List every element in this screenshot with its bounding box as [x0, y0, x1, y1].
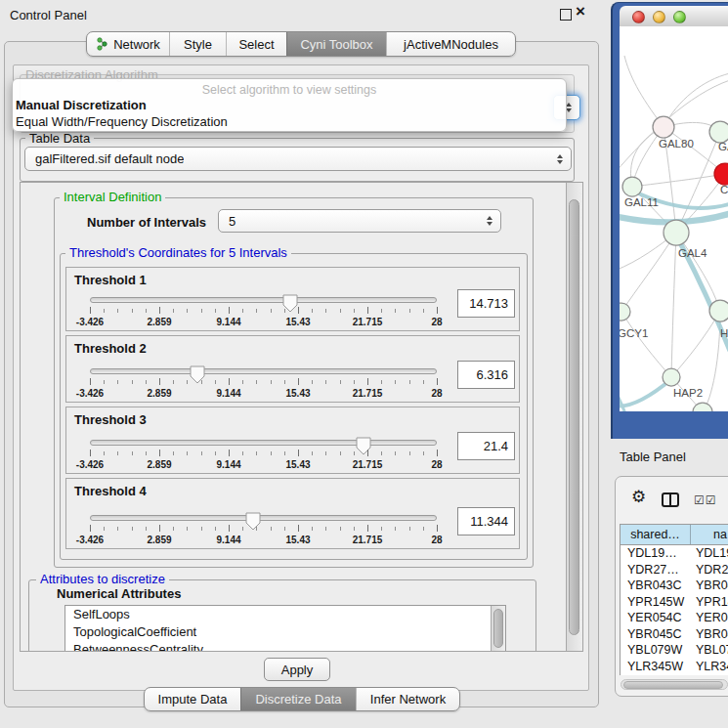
tab-select-label: Select [238, 37, 274, 52]
screen: Control Panel × Network Style [0, 0, 728, 728]
threshold-1-slider-track[interactable] [90, 297, 437, 303]
control-panel-titlebar: Control Panel × [0, 0, 606, 29]
cell-shared-name: YBR043C [621, 578, 691, 592]
tick-marks [90, 527, 438, 531]
tab-infer-network[interactable]: Infer Network [356, 688, 459, 710]
tab-style[interactable]: Style [169, 32, 226, 56]
numerical-attributes-list[interactable]: SelfLoops TopologicalCoefficient Between… [64, 605, 506, 652]
column-header-shared-name[interactable]: shared… [621, 525, 691, 544]
interval-definition-label: Interval Definition [60, 191, 165, 203]
table-row[interactable]: YIL052C YIL05 [621, 674, 728, 675]
network-view-window[interactable]: GAL80 GAL C GAL11 GAL4 GCY1 H HAP2 [611, 2, 728, 439]
column-header-name[interactable]: na [691, 525, 728, 544]
settings-vertical-scrollbar[interactable] [566, 183, 583, 651]
apply-button-label: Apply [281, 663, 314, 677]
cell-shared-name: YDR27… [621, 563, 691, 577]
tab-select[interactable]: Select [226, 32, 286, 56]
algorithm-option-equal-width[interactable]: Equal Width/Frequency Discretization [16, 114, 543, 129]
threshold-3-value-field[interactable]: 21.4 [457, 432, 515, 460]
network-window-titlebar[interactable] [620, 6, 728, 28]
table-row[interactable]: YDL19… YDL19 [621, 545, 728, 562]
settings-scroll-viewport: Interval Definition Number of Intervals … [20, 182, 583, 652]
thresholds-group-label: Threshold's Coordinates for 5 Intervals [65, 246, 291, 259]
list-item[interactable]: SelfLoops [65, 606, 505, 623]
zoom-traffic-light-icon[interactable] [673, 11, 686, 23]
cell-name: YPR14 [691, 595, 728, 609]
cell-shared-name: YBL079W [621, 643, 691, 657]
table-data-group-label: Table Data [25, 132, 94, 145]
threshold-4-panel: Threshold 4 -3.426 2.859 9.144 15.43 21.… [65, 478, 520, 549]
cell-name: YLR34 [691, 660, 728, 673]
tick-label: 2.859 [130, 535, 189, 545]
minimize-traffic-light-icon[interactable] [653, 11, 665, 23]
tab-cyni-toolbox[interactable]: Cyni Toolbox [286, 32, 386, 56]
tick-label: 15.43 [269, 459, 327, 470]
tick-label: 9.144 [199, 459, 258, 470]
gear-icon[interactable]: ⚙ [631, 489, 646, 505]
table-row[interactable]: YBL079W YBL07 [621, 642, 728, 659]
network-node [622, 177, 642, 196]
cell-name: YBR04 [691, 627, 728, 641]
columns-icon[interactable] [662, 492, 679, 507]
number-of-intervals-combo[interactable]: 5 [218, 209, 501, 233]
threshold-4-slider-track[interactable] [90, 515, 437, 521]
tab-network[interactable]: Network [87, 32, 169, 56]
node-label: HAP2 [673, 387, 703, 399]
tab-jactivemnodules[interactable]: jActiveMNodules [386, 32, 515, 56]
scrollbar-thumb[interactable] [493, 609, 503, 648]
tick-label: 9.144 [199, 535, 258, 545]
list-vertical-scrollbar[interactable] [491, 606, 505, 652]
checkboxes-icon[interactable]: ☑☑ [694, 493, 717, 507]
close-traffic-light-icon[interactable] [632, 11, 645, 23]
algorithm-option-manual[interactable]: Manual Discretization [16, 98, 543, 112]
threshold-4-value-field[interactable]: 11.344 [457, 507, 515, 535]
list-item[interactable]: BetweennessCentrality [65, 641, 505, 652]
threshold-2-value-field[interactable]: 6.316 [457, 361, 515, 389]
node-label: H [720, 327, 728, 339]
network-node [664, 220, 689, 245]
tick-label: 15.43 [269, 317, 327, 327]
table-row[interactable]: YBR045C YBR04 [621, 626, 728, 643]
node-label: C [720, 184, 728, 195]
cell-shared-name: YDL19… [621, 546, 691, 560]
apply-button[interactable]: Apply [264, 658, 330, 681]
table-row[interactable]: YPR145W YPR14 [621, 594, 728, 611]
tick-label: -3.426 [61, 459, 119, 470]
tick-label: -3.426 [61, 317, 119, 327]
cell-shared-name: YLR345W [621, 660, 691, 673]
network-node [709, 121, 728, 143]
threshold-3-panel: Threshold 3 -3.426 2.859 9.144 15.43 21.… [65, 407, 520, 474]
tick-label: 21.715 [338, 317, 397, 327]
node-label: GAL11 [624, 196, 659, 208]
table-row[interactable]: YBR043C YBR04 [621, 578, 728, 594]
close-icon[interactable]: × [576, 2, 585, 21]
cell-name: YBL07 [691, 643, 728, 657]
threshold-2-slider-track[interactable] [90, 368, 437, 374]
combo-spinner-icon [557, 154, 563, 164]
tab-impute-data[interactable]: Impute Data [145, 688, 240, 710]
cell-shared-name: YBR045C [621, 627, 691, 641]
tick-label: 2.859 [130, 317, 189, 327]
network-canvas[interactable]: GAL80 GAL C GAL11 GAL4 GCY1 H HAP2 [620, 26, 728, 411]
list-item[interactable]: TopologicalCoefficient [65, 623, 505, 641]
column-header-label: na [713, 528, 727, 541]
column-header-label: shared… [630, 528, 680, 541]
scrollbar-thumb[interactable] [623, 681, 723, 689]
network-node [663, 368, 680, 386]
threshold-1-label: Threshold 1 [74, 273, 147, 287]
float-window-icon[interactable] [560, 9, 572, 21]
threshold-1-value-field[interactable]: 14.713 [457, 289, 515, 318]
tab-discretize-data[interactable]: Discretize Data [240, 688, 356, 710]
table-row[interactable]: YER054C YER05 [621, 610, 728, 626]
table-row[interactable]: YLR345W YLR34 [621, 659, 728, 675]
tick-label: 28 [407, 535, 466, 545]
table-data-combo[interactable]: galFiltered.sif default node [24, 147, 572, 171]
table-panel: ⚙ ☑☑ shared… na YDL19… YDL19 YDR27… YDR2… [615, 476, 728, 697]
scrollbar-thumb[interactable] [569, 199, 579, 635]
table-horizontal-scrollbar[interactable] [621, 679, 728, 690]
network-node [620, 303, 630, 321]
algorithm-placeholder: Select algorithm to view settings [13, 83, 566, 97]
threshold-3-slider-track[interactable] [90, 440, 437, 446]
table-row[interactable]: YDR27… YDR27 [621, 562, 728, 578]
tab-infer-network-label: Infer Network [370, 692, 446, 707]
